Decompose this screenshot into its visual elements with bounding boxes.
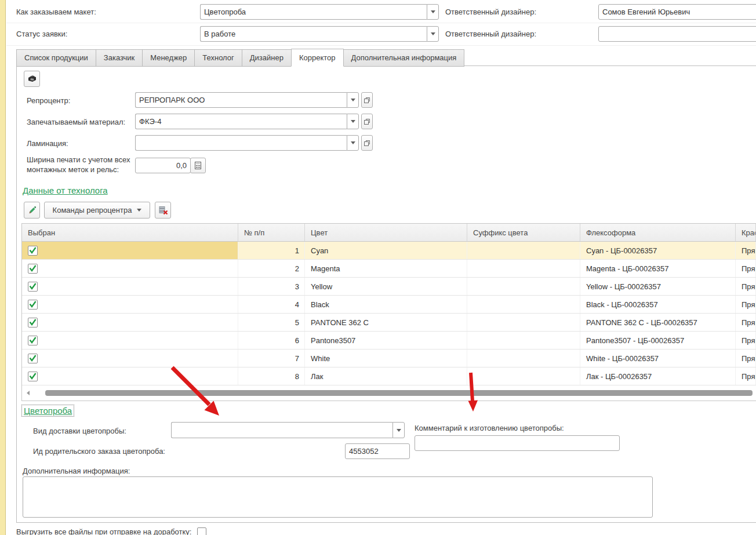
check-icon [29, 283, 37, 290]
responsible-designer-input-1[interactable] [598, 4, 756, 20]
request-status-select[interactable] [200, 26, 439, 42]
parent-order-input[interactable] [345, 443, 410, 459]
row-checkbox[interactable] [28, 246, 38, 256]
order-method-dropdown-button[interactable] [427, 4, 439, 20]
chevron-down-icon [351, 141, 355, 144]
cell-flexoform: Cyan - ЦБ-00026357 [580, 242, 736, 259]
pencil-icon [27, 206, 37, 215]
table-row[interactable]: 4BlackBlack - ЦБ-00026357Прям [22, 296, 756, 314]
reprocenter-label: Репроцентр: [27, 96, 70, 105]
cell-selected [22, 260, 238, 277]
tab-manager[interactable]: Менеджер [142, 49, 195, 67]
material-input[interactable] [135, 114, 347, 129]
tab-product-list[interactable]: Список продукции [16, 49, 96, 67]
color-proof-link[interactable]: Цветопроба [24, 406, 72, 416]
upload-files-label: Выгрузить все файлы при отправке на дора… [16, 527, 191, 535]
reprocenter-select[interactable] [135, 92, 359, 108]
tab-bar: Список продукцииЗаказчикМенеджерТехнолог… [16, 49, 464, 67]
material-select[interactable] [135, 114, 359, 129]
table-row[interactable]: 1CyanCyan - ЦБ-00026357Прям [22, 242, 756, 260]
tab-technologist[interactable]: Технолог [194, 49, 242, 67]
reprocenter-dropdown-button[interactable] [347, 92, 359, 108]
cell-selected [22, 242, 238, 259]
table-row[interactable]: 5PANTONE 362 CPANTONE 362 C - ЦБ-0002635… [22, 314, 756, 332]
additional-info-textarea[interactable] [23, 476, 653, 518]
material-label: Запечатываемый материал: [27, 118, 125, 126]
print-width-input[interactable] [135, 158, 191, 173]
tab-designer[interactable]: Дизайнер [242, 49, 292, 67]
column-header-0[interactable]: Выбран [22, 224, 238, 241]
cell-flexoform: PANTONE 362 C - ЦБ-00026357 [580, 314, 736, 331]
table-body: 1CyanCyan - ЦБ-00026357Прям2MagentaMagen… [22, 242, 756, 385]
proof-delivery-dropdown-button[interactable] [392, 422, 405, 438]
reprocenter-input[interactable] [135, 92, 347, 108]
table-row[interactable]: 8ЛакЛак - ЦБ-00026357Прям [22, 367, 756, 385]
annotation-arrow-diagonal [165, 362, 226, 422]
row-checkbox[interactable] [28, 336, 38, 345]
lamination-input[interactable] [135, 135, 347, 151]
colors-table: Выбран№ п/пЦветСуффикс цветаФлексоформаК… [21, 223, 756, 401]
edit-button[interactable] [24, 202, 40, 219]
row-checkbox[interactable] [28, 282, 38, 292]
order-method-label: Как заказываем макет: [16, 8, 96, 16]
chevron-down-icon [397, 429, 401, 432]
horizontal-scrollbar[interactable] [22, 385, 756, 401]
lamination-select[interactable] [135, 135, 359, 151]
table-row[interactable]: 2MagentaMagenta - ЦБ-00026357Прям [22, 260, 756, 278]
separator [6, 45, 756, 46]
proof-delivery-select[interactable] [171, 422, 405, 438]
scroll-left-arrow-icon[interactable] [27, 391, 30, 395]
table-row[interactable]: 3YellowYellow - ЦБ-00026357Прям [22, 278, 756, 296]
check-icon [29, 301, 37, 308]
column-header-1[interactable]: № п/п [238, 224, 305, 241]
request-status-input[interactable] [200, 26, 427, 42]
table-row[interactable]: 6Pantone3507Pantone3507 - ЦБ-00026357Пря… [22, 332, 756, 350]
print-button[interactable] [24, 71, 40, 87]
cell-number: 8 [238, 367, 305, 385]
tab-additional-info[interactable]: Дополнительная информация [343, 49, 465, 67]
row-checkbox[interactable] [28, 264, 38, 274]
responsible-designer-input-2[interactable] [598, 26, 756, 42]
row-checkbox[interactable] [28, 354, 38, 363]
upload-files-checkbox[interactable] [197, 527, 206, 535]
column-header-2[interactable]: Цвет [305, 224, 467, 241]
lamination-dropdown-button[interactable] [347, 135, 359, 151]
proof-delivery-input[interactable] [171, 422, 392, 438]
order-method-input[interactable] [200, 4, 427, 20]
open-reprocenter-card-button[interactable] [361, 92, 373, 108]
order-method-select[interactable] [200, 4, 439, 20]
cell-suffix [467, 278, 580, 295]
responsible-designer-label-1: Ответственный дизайнер: [445, 8, 536, 16]
delete-button[interactable] [155, 202, 171, 219]
reprocenter-commands-button[interactable]: Команды репроцентра [44, 202, 150, 219]
delete-icon [158, 206, 168, 215]
cell-color: White [305, 350, 467, 367]
row-checkbox[interactable] [28, 318, 38, 327]
parent-order-label: Ид родительского заказа цветопроба: [33, 447, 165, 456]
check-icon [29, 337, 37, 344]
cell-ink: Прям [736, 367, 756, 385]
cell-number: 6 [238, 332, 305, 349]
material-dropdown-button[interactable] [347, 114, 359, 129]
open-window-icon [364, 140, 370, 147]
cell-color: Magenta [305, 260, 467, 277]
open-lamination-card-button[interactable] [361, 135, 373, 151]
horizontal-scrollbar-thumb[interactable] [45, 390, 753, 396]
tab-customer[interactable]: Заказчик [96, 49, 143, 67]
column-header-5[interactable]: Крас [736, 224, 756, 241]
tab-proofreader[interactable]: Корректор [291, 49, 344, 67]
table-row[interactable]: 7WhiteWhite - ЦБ-00026357Прям [22, 350, 756, 367]
column-header-4[interactable]: Флексоформа [580, 224, 736, 241]
proof-comment-input[interactable] [415, 435, 620, 451]
tab-panel-corrector: Репроцентр: Запечатываемый материал: Лам… [16, 65, 756, 523]
request-status-dropdown-button[interactable] [427, 26, 439, 42]
calculator-button[interactable] [190, 158, 206, 173]
row-checkbox[interactable] [28, 300, 38, 310]
open-material-card-button[interactable] [361, 114, 373, 129]
check-icon [29, 247, 37, 254]
column-header-3[interactable]: Суффикс цвета [467, 224, 580, 241]
caret-down-icon [137, 209, 141, 212]
check-icon [29, 319, 37, 326]
technologist-data-link[interactable]: Данные от технолога [23, 185, 108, 195]
row-checkbox[interactable] [28, 372, 38, 381]
